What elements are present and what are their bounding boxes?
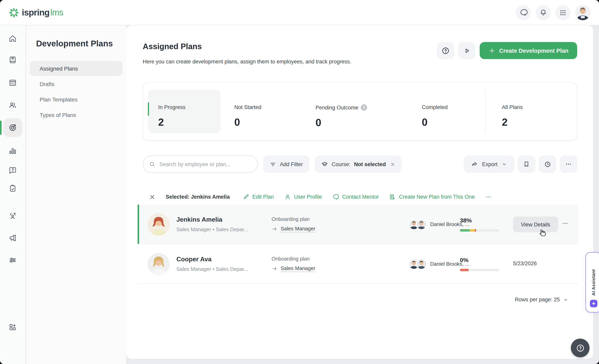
rail-settings[interactable] [3,251,22,270]
search-input[interactable] [159,161,252,167]
row-more-button[interactable] [562,220,568,228]
export-button[interactable]: Export [464,155,514,173]
rail-add-ons[interactable] [3,318,22,337]
plan-cell: Onboarding plan Sales Manager [272,244,363,284]
document-plus-icon [389,194,396,200]
plan-cell: Onboarding plan Sales Manager [272,204,363,244]
megaphone-icon [8,233,17,242]
rows-per-page-label: Rows per page: 25 [515,297,560,302]
page-title: Assigned Plans [143,42,351,51]
sidebar-item-types-of-plans[interactable]: Types of Plans [30,108,123,122]
create-development-plan-label: Create Development Plan [499,47,568,54]
topbar-actions [516,5,590,20]
add-filter-button[interactable]: Add Filter [263,155,309,173]
arrow-right-icon [272,266,277,272]
stat-not-started[interactable]: Not Started 0 [224,90,305,133]
question-circle-icon [441,46,450,55]
person-sync-icon [8,212,17,221]
stat-label: Completed [422,104,485,110]
more-selection-actions-button[interactable] [485,194,492,200]
add-filter-label: Add Filter [280,161,303,167]
question-comment-icon [8,166,17,175]
chat-bubble-icon [332,194,339,200]
employee-role: Sales Manager • Sales Depar... [176,226,268,232]
mentor-avatars [408,258,427,269]
mouse-cursor [537,228,547,240]
rail-people[interactable] [3,96,22,115]
app-shell: Development Plans Assigned Plans Drafts … [0,25,599,364]
user-avatar[interactable] [575,5,590,20]
notifications-button[interactable] [536,5,551,20]
more-tools-button[interactable] [560,155,577,173]
stat-pending-outcome[interactable]: Pending Outcome? 0 [305,90,412,133]
stat-all-plans[interactable]: All Plans 2 [485,90,523,133]
stat-in-progress[interactable]: In Progress 2 [148,90,220,133]
section-sidebar: Development Plans Assigned Plans Drafts … [26,25,126,364]
icon-rail [0,25,26,364]
sidebar-item-drafts[interactable]: Drafts [30,77,123,91]
rail-reports[interactable] [3,141,22,160]
clipboard-check-icon [8,184,17,193]
table-row-cooper-ava[interactable]: Cooper Ava Sales Manager • Sales Depar..… [138,244,578,284]
rail-calendar[interactable] [3,73,22,92]
rail-assignments[interactable] [3,179,22,198]
progress-cell: 38% [460,204,503,244]
stat-label: Not Started [234,104,305,110]
create-new-plan-from-this-one-action[interactable]: Create New Plan from This One [389,194,475,200]
stat-completed[interactable]: Completed 0 [412,90,485,133]
clear-selection-button[interactable] [149,194,155,200]
apps-grid-button[interactable] [555,5,571,20]
sidebar-item-plan-templates[interactable]: Plan Templates [30,92,123,107]
goal-target-icon [8,123,17,132]
stat-value: 0 [422,116,485,128]
search-field[interactable] [143,155,258,173]
stat-value: 0 [234,116,305,128]
person-icon [284,194,291,200]
help-button[interactable] [437,42,454,59]
sidebar-item-assigned-plans[interactable]: Assigned Plans [30,61,123,76]
contact-mentor-action[interactable]: Contact Mentor [332,194,379,200]
rail-home[interactable] [3,29,22,48]
course-filter-chip[interactable]: Course: Not selected [315,155,402,173]
view-details-button[interactable]: View Details [513,216,558,232]
tutorial-video-button[interactable] [458,42,475,59]
plan-name: Onboarding plan [272,216,363,222]
course-chip-label: Course: [332,161,351,167]
ai-sparkle-icon [590,300,597,307]
rail-courses[interactable] [3,50,22,69]
book-icon [8,55,17,64]
stat-value: 2 [158,116,220,128]
edit-plan-action[interactable]: Edit Plan [242,194,274,200]
rail-360-reviews[interactable] [3,207,22,226]
pending-outcome-help-icon[interactable]: ? [361,104,367,111]
search-icon [149,160,156,168]
history-button[interactable] [539,155,556,173]
share-arrow-icon [471,160,478,168]
messages-button[interactable] [516,5,531,20]
stat-value: 2 [502,116,523,128]
ai-assistant-tab[interactable]: AI Assistant [586,252,599,312]
rail-development-plans[interactable] [3,118,22,137]
brand-logo[interactable]: ispringlms [9,7,63,18]
saved-views-button[interactable] [518,155,535,173]
progress-percent: 38% [460,217,503,224]
plan-target-link[interactable]: Sales Manager [281,226,315,232]
table-row-jenkins-amelia[interactable]: Jenkins Amelia Sales Manager • Sales Dep… [138,204,578,244]
avatar-man-photo [575,5,590,20]
rail-announcements[interactable] [3,228,22,248]
support-help-button[interactable] [571,339,590,357]
employee-name: Jenkins Amelia [176,216,268,223]
rail-quizzes[interactable] [3,160,22,180]
plan-target-link[interactable]: Sales Manager [281,265,315,272]
employee-cell: Cooper Ava Sales Manager • Sales Depar..… [176,244,268,284]
create-development-plan-button[interactable]: Create Development Plan [480,42,577,59]
rows-per-page-control[interactable]: Rows per page: 25 [515,297,568,302]
section-title: Development Plans [36,38,115,49]
user-profile-label: User Profile [294,194,322,200]
grid-dots-icon [559,9,567,17]
course-cap-icon [321,160,328,168]
page-description: Here you can create development plans, a… [143,59,351,65]
user-profile-action[interactable]: User Profile [284,194,322,200]
remove-course-filter-icon[interactable] [390,162,396,167]
due-date: 5/23/2026 [513,260,537,266]
